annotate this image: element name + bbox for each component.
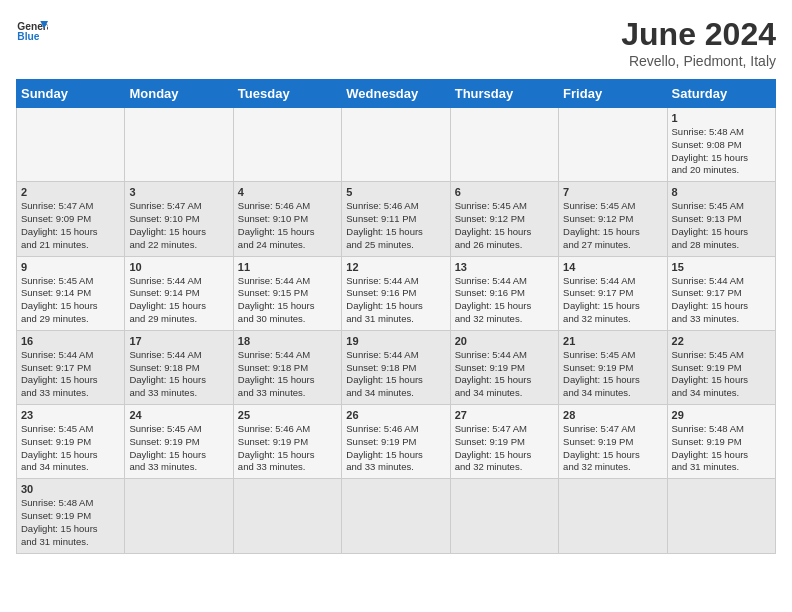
calendar-cell: 6Sunrise: 5:45 AM Sunset: 9:12 PM Daylig… [450,182,558,256]
day-info: Sunrise: 5:47 AM Sunset: 9:19 PM Dayligh… [455,423,554,474]
day-info: Sunrise: 5:44 AM Sunset: 9:17 PM Dayligh… [21,349,120,400]
calendar-cell: 29Sunrise: 5:48 AM Sunset: 9:19 PM Dayli… [667,405,775,479]
day-info: Sunrise: 5:44 AM Sunset: 9:14 PM Dayligh… [129,275,228,326]
day-number: 25 [238,409,337,421]
day-info: Sunrise: 5:45 AM Sunset: 9:19 PM Dayligh… [21,423,120,474]
day-number: 24 [129,409,228,421]
calendar-cell [559,479,667,553]
calendar-cell: 22Sunrise: 5:45 AM Sunset: 9:19 PM Dayli… [667,330,775,404]
day-number: 20 [455,335,554,347]
calendar-cell [342,479,450,553]
calendar-cell: 15Sunrise: 5:44 AM Sunset: 9:17 PM Dayli… [667,256,775,330]
day-header-sunday: Sunday [17,80,125,108]
calendar-cell: 16Sunrise: 5:44 AM Sunset: 9:17 PM Dayli… [17,330,125,404]
day-info: Sunrise: 5:44 AM Sunset: 9:17 PM Dayligh… [563,275,662,326]
calendar-cell [125,479,233,553]
day-info: Sunrise: 5:47 AM Sunset: 9:10 PM Dayligh… [129,200,228,251]
day-info: Sunrise: 5:48 AM Sunset: 9:19 PM Dayligh… [672,423,771,474]
calendar-cell: 3Sunrise: 5:47 AM Sunset: 9:10 PM Daylig… [125,182,233,256]
calendar-cell: 14Sunrise: 5:44 AM Sunset: 9:17 PM Dayli… [559,256,667,330]
day-info: Sunrise: 5:47 AM Sunset: 9:09 PM Dayligh… [21,200,120,251]
day-info: Sunrise: 5:44 AM Sunset: 9:18 PM Dayligh… [346,349,445,400]
calendar-week-0: 1Sunrise: 5:48 AM Sunset: 9:08 PM Daylig… [17,108,776,182]
calendar-cell [342,108,450,182]
day-info: Sunrise: 5:45 AM Sunset: 9:13 PM Dayligh… [672,200,771,251]
day-number: 18 [238,335,337,347]
day-number: 9 [21,261,120,273]
day-info: Sunrise: 5:48 AM Sunset: 9:19 PM Dayligh… [21,497,120,548]
day-info: Sunrise: 5:48 AM Sunset: 9:08 PM Dayligh… [672,126,771,177]
calendar-cell: 24Sunrise: 5:45 AM Sunset: 9:19 PM Dayli… [125,405,233,479]
day-header-thursday: Thursday [450,80,558,108]
calendar-cell: 19Sunrise: 5:44 AM Sunset: 9:18 PM Dayli… [342,330,450,404]
calendar-cell: 25Sunrise: 5:46 AM Sunset: 9:19 PM Dayli… [233,405,341,479]
day-info: Sunrise: 5:44 AM Sunset: 9:16 PM Dayligh… [455,275,554,326]
day-number: 26 [346,409,445,421]
day-number: 13 [455,261,554,273]
calendar-cell [125,108,233,182]
day-number: 10 [129,261,228,273]
calendar-cell: 8Sunrise: 5:45 AM Sunset: 9:13 PM Daylig… [667,182,775,256]
calendar-week-1: 2Sunrise: 5:47 AM Sunset: 9:09 PM Daylig… [17,182,776,256]
title-block: June 2024 Revello, Piedmont, Italy [621,16,776,69]
calendar-cell [450,108,558,182]
calendar-cell: 26Sunrise: 5:46 AM Sunset: 9:19 PM Dayli… [342,405,450,479]
calendar-cell [233,108,341,182]
day-header-saturday: Saturday [667,80,775,108]
day-number: 3 [129,186,228,198]
calendar-cell: 23Sunrise: 5:45 AM Sunset: 9:19 PM Dayli… [17,405,125,479]
day-number: 22 [672,335,771,347]
day-number: 4 [238,186,337,198]
day-header-monday: Monday [125,80,233,108]
calendar-cell [17,108,125,182]
calendar-cell: 13Sunrise: 5:44 AM Sunset: 9:16 PM Dayli… [450,256,558,330]
calendar-cell: 4Sunrise: 5:46 AM Sunset: 9:10 PM Daylig… [233,182,341,256]
calendar-title: June 2024 [621,16,776,53]
calendar-cell [559,108,667,182]
day-info: Sunrise: 5:44 AM Sunset: 9:18 PM Dayligh… [129,349,228,400]
calendar-week-5: 30Sunrise: 5:48 AM Sunset: 9:19 PM Dayli… [17,479,776,553]
day-info: Sunrise: 5:45 AM Sunset: 9:19 PM Dayligh… [129,423,228,474]
day-number: 11 [238,261,337,273]
page-header: General Blue June 2024 Revello, Piedmont… [16,16,776,69]
day-number: 8 [672,186,771,198]
calendar-header: SundayMondayTuesdayWednesdayThursdayFrid… [17,80,776,108]
day-number: 6 [455,186,554,198]
calendar-cell [233,479,341,553]
day-info: Sunrise: 5:46 AM Sunset: 9:19 PM Dayligh… [346,423,445,474]
calendar-week-4: 23Sunrise: 5:45 AM Sunset: 9:19 PM Dayli… [17,405,776,479]
day-number: 29 [672,409,771,421]
calendar-cell: 27Sunrise: 5:47 AM Sunset: 9:19 PM Dayli… [450,405,558,479]
day-number: 30 [21,483,120,495]
svg-text:Blue: Blue [17,31,39,42]
day-number: 5 [346,186,445,198]
day-info: Sunrise: 5:44 AM Sunset: 9:19 PM Dayligh… [455,349,554,400]
day-number: 1 [672,112,771,124]
day-number: 23 [21,409,120,421]
day-info: Sunrise: 5:46 AM Sunset: 9:19 PM Dayligh… [238,423,337,474]
day-header-tuesday: Tuesday [233,80,341,108]
calendar-week-2: 9Sunrise: 5:45 AM Sunset: 9:14 PM Daylig… [17,256,776,330]
calendar-cell: 1Sunrise: 5:48 AM Sunset: 9:08 PM Daylig… [667,108,775,182]
day-info: Sunrise: 5:45 AM Sunset: 9:12 PM Dayligh… [455,200,554,251]
day-number: 7 [563,186,662,198]
calendar-cell: 9Sunrise: 5:45 AM Sunset: 9:14 PM Daylig… [17,256,125,330]
calendar-cell: 7Sunrise: 5:45 AM Sunset: 9:12 PM Daylig… [559,182,667,256]
calendar-cell: 20Sunrise: 5:44 AM Sunset: 9:19 PM Dayli… [450,330,558,404]
logo: General Blue [16,16,48,48]
calendar-week-3: 16Sunrise: 5:44 AM Sunset: 9:17 PM Dayli… [17,330,776,404]
calendar-cell [450,479,558,553]
calendar-body: 1Sunrise: 5:48 AM Sunset: 9:08 PM Daylig… [17,108,776,554]
day-number: 19 [346,335,445,347]
day-info: Sunrise: 5:45 AM Sunset: 9:14 PM Dayligh… [21,275,120,326]
calendar-cell: 30Sunrise: 5:48 AM Sunset: 9:19 PM Dayli… [17,479,125,553]
calendar-cell: 28Sunrise: 5:47 AM Sunset: 9:19 PM Dayli… [559,405,667,479]
calendar-cell: 12Sunrise: 5:44 AM Sunset: 9:16 PM Dayli… [342,256,450,330]
day-number: 15 [672,261,771,273]
logo-icon: General Blue [16,16,48,48]
calendar-cell: 17Sunrise: 5:44 AM Sunset: 9:18 PM Dayli… [125,330,233,404]
day-number: 14 [563,261,662,273]
day-info: Sunrise: 5:44 AM Sunset: 9:17 PM Dayligh… [672,275,771,326]
day-info: Sunrise: 5:45 AM Sunset: 9:12 PM Dayligh… [563,200,662,251]
day-info: Sunrise: 5:44 AM Sunset: 9:15 PM Dayligh… [238,275,337,326]
